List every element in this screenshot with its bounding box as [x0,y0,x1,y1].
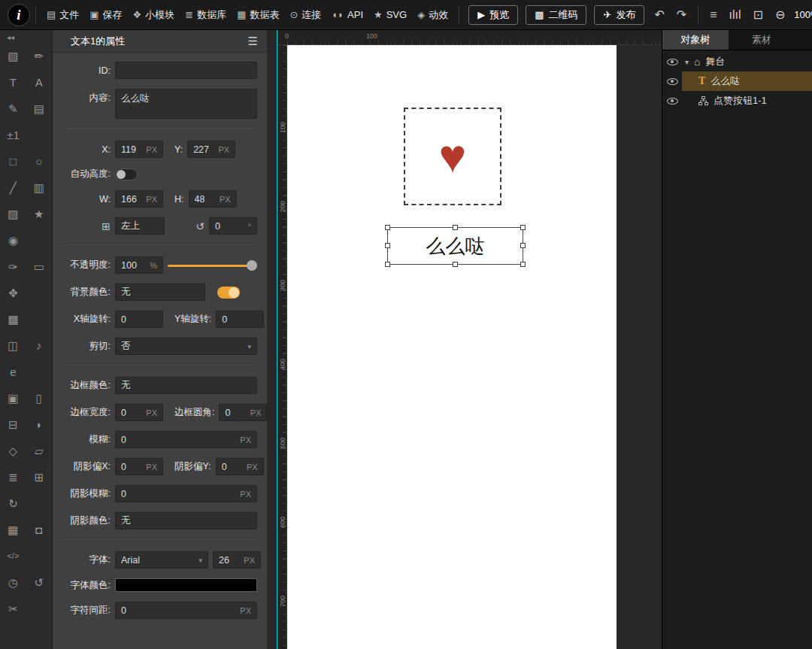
rotate-y-input[interactable]: 0 [216,311,264,328]
publish-button[interactable]: ✈ 发布 [594,5,644,25]
counter-tool-icon[interactable]: ±1 [0,122,26,148]
media-tool-icon[interactable]: ◉ [0,227,26,253]
cyan-guide-line[interactable] [277,30,277,649]
embed-tool-icon[interactable]: e [0,359,26,385]
visibility-eye-icon[interactable] [667,98,678,105]
text-element[interactable]: 么么哒 [387,227,523,265]
folder-tool-icon[interactable]: ▱ [26,438,53,464]
y-input[interactable]: 227 PX [187,141,235,158]
ellipse-tool-icon[interactable]: ○ [26,148,53,174]
rotate-x-input[interactable]: 0 [115,311,163,328]
menu-icon[interactable]: ☰ [248,35,258,48]
resize-handle-n[interactable] [453,225,458,230]
box3d-tool-icon[interactable]: ◇ [0,438,26,464]
toolbar-item-modules[interactable]: ❖ 小模块 [128,0,180,30]
toolbar-item-svg[interactable]: ★ SVG [368,0,412,30]
text-style-tool-icon[interactable]: A [26,69,53,96]
chat-tool-icon[interactable]: ◗ [26,411,53,438]
rotation-input[interactable]: 0 ° [209,217,257,235]
opacity-slider[interactable] [168,259,257,271]
guide-list-icon[interactable]: ≡ [704,8,723,22]
tree-row-stage[interactable]: ▾ ⌂ 舞台 [662,52,812,71]
qrcode-tool-icon[interactable]: ▩ [0,306,26,332]
star-tool-icon[interactable]: ★ [26,201,53,227]
frame-tool-icon[interactable]: ▭ [26,253,53,280]
border-radius-input[interactable]: 0 PX [219,404,267,421]
edit-tool-icon[interactable]: ✎ [0,96,26,122]
bg-color-toggle[interactable] [217,287,240,299]
tree-row-like-button[interactable]: 点赞按钮1-1 [662,91,812,111]
carousel-tool-icon[interactable]: ▣ [0,385,26,411]
anchor-select[interactable]: 左上 [115,217,165,235]
resize-handle-se[interactable] [520,262,526,267]
redo-icon[interactable]: ↷ [671,8,692,22]
drag-tool-icon[interactable]: ✥ [0,280,26,306]
clip-select[interactable]: 否 ▾ [115,338,257,355]
toolbar-item-motion[interactable]: ◈ 动效 [412,0,453,30]
table-tool-icon[interactable]: ▦ [0,517,26,543]
auto-height-toggle[interactable] [115,168,138,180]
shadow-x-input[interactable]: 0 PX [115,458,163,475]
font-size-input[interactable]: 26 PX [213,551,261,569]
visibility-eye-icon[interactable] [667,78,678,85]
content-textarea[interactable]: 么么哒 [115,89,257,119]
code-tool-icon[interactable]: </> [0,543,26,569]
music-tool-icon[interactable]: ♪ [26,332,53,359]
resize-handle-w[interactable] [385,243,390,248]
caret-down-icon[interactable]: ▾ [685,58,689,66]
calendar-tool-icon[interactable]: ▥ [26,174,53,201]
bg-color-input[interactable]: 无 [115,284,205,301]
undo-icon[interactable]: ↶ [648,8,670,22]
panel-tool-icon[interactable]: ▯ [26,385,53,411]
font-select[interactable]: Arial ▾ [115,551,208,569]
clock-tool-icon[interactable]: ◷ [0,569,26,596]
zoom-out-icon[interactable]: ⊖ [769,8,791,22]
sidebar-collapse-icon[interactable]: ◂◂ [0,30,52,43]
like-button-element[interactable]: ♥ [404,108,501,205]
seat-tool-icon[interactable]: ◘ [26,517,53,543]
visibility-eye-icon[interactable] [667,59,678,65]
rotate3d-tool-icon[interactable]: ↻ [0,490,26,517]
tab-assets[interactable]: 素材 [729,30,795,50]
toolbar-item-file[interactable]: ▤ 文件 [41,0,84,30]
cut-tool-icon[interactable]: ✂ [0,596,26,622]
qrcode-button[interactable]: ▩ 二维码 [526,5,586,25]
letter-spacing-input[interactable]: 0 PX [115,602,257,619]
rect-tool-icon[interactable]: □ [0,148,26,174]
id-input[interactable] [115,62,257,79]
toolbar-item-connect[interactable]: ⊙ 连接 [284,0,326,30]
resize-handle-e[interactable] [520,243,526,248]
monitor-tool-icon[interactable]: ⊟ [0,411,26,438]
resize-handle-s[interactable] [453,262,458,267]
w-input[interactable]: 166 PX [115,190,163,208]
shadow-color-input[interactable]: 无 [115,512,257,529]
line-tool-icon[interactable]: ╱ [0,174,26,201]
opacity-input[interactable]: 100 % [115,256,163,274]
x-input[interactable]: 119 PX [115,141,163,158]
video-tool-icon[interactable]: ◫ [0,332,26,359]
slider-knob[interactable] [247,260,257,271]
image-tool-icon[interactable]: ▧ [0,43,26,69]
font-color-swatch[interactable] [115,578,257,592]
resize-handle-sw[interactable] [385,262,390,267]
reload-tool-icon[interactable]: ↺ [26,569,53,596]
app-logo-icon[interactable]: i [8,4,30,26]
tab-object-tree[interactable]: 对象树 [662,30,729,50]
h-input[interactable]: 48 PX [189,190,237,208]
border-color-input[interactable]: 无 [115,377,257,394]
resize-handle-ne[interactable] [520,225,526,230]
toolbar-item-database[interactable]: ≣ 数据库 [180,0,232,30]
toolbar-item-api[interactable]: ◖◗ API [326,0,368,30]
tree-row-text[interactable]: T 么么哒 [662,71,812,91]
table-add-tool-icon[interactable]: ⊞ [26,464,53,490]
blur-input[interactable]: 0 PX [115,431,257,448]
border-width-input[interactable]: 0 PX [115,404,163,421]
shadow-blur-input[interactable]: 0 PX [115,485,257,502]
screen-icon[interactable]: ⊡ [747,8,769,22]
layers-tool-icon[interactable]: ≣ [0,464,26,490]
image-edit-tool-icon[interactable]: ✏ [26,43,53,69]
pen-tool-icon[interactable]: ✑ [0,253,26,280]
form-tool-icon[interactable]: ▤ [26,96,53,122]
resize-handle-nw[interactable] [385,225,390,230]
stats-bars-icon[interactable]: ılıl [723,8,747,22]
